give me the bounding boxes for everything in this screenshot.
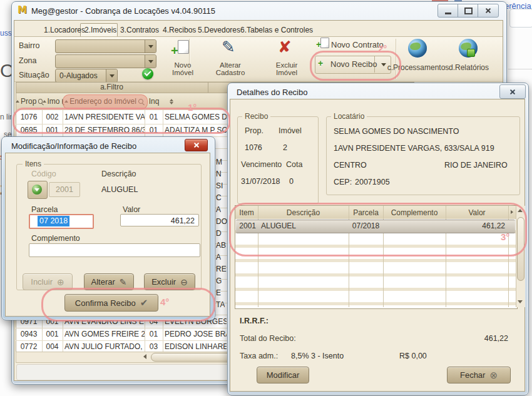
col-header-descricao[interactable]: Descrição	[258, 206, 349, 219]
strip-fragment: D	[216, 228, 222, 240]
search-icon	[138, 99, 143, 104]
check-icon: ✔	[140, 297, 148, 308]
col-header-endereco[interactable]: Endereço do Imóvel	[63, 93, 145, 110]
modal-edit-close-button[interactable]	[185, 139, 208, 151]
scroll-up-icon[interactable]	[518, 209, 523, 212]
minus-circle-icon: ⊖	[180, 277, 188, 287]
situacao-label: Situação	[19, 71, 49, 79]
col-header-nome-sort[interactable]	[165, 93, 178, 110]
col-header-imo[interactable]: Imo	[43, 93, 63, 110]
tab-locadores[interactable]: 1.Locadores	[44, 24, 85, 36]
col-header-complemento[interactable]: Complemento	[383, 206, 446, 219]
column-scroll-right-icon[interactable]	[511, 210, 513, 214]
minimize-icon	[445, 13, 451, 14]
total-value: 461,22	[463, 334, 508, 343]
col-header-prop[interactable]: Prop	[16, 93, 43, 110]
tab-contratos[interactable]: 3.Contratos	[120, 24, 159, 36]
strip-fragment: E	[216, 287, 221, 299]
cell-inq: 01	[145, 111, 162, 123]
chevron-down-icon	[145, 55, 156, 68]
apply-filter-button[interactable]	[142, 68, 153, 79]
plus-circle-icon: ⊕	[57, 277, 64, 287]
valor-cell: 461,22	[446, 220, 505, 232]
situacao-select[interactable]: 0-Alugados	[55, 69, 118, 83]
valor-label: Valor	[123, 205, 140, 214]
fechar-button[interactable]: Fechar⊗	[447, 367, 511, 383]
bairro-label: Bairro	[19, 41, 39, 50]
strip-fragment: RE	[216, 263, 227, 275]
codigo-field[interactable]: 2001	[49, 182, 80, 197]
incluir-button[interactable]: Incluir⊕	[23, 273, 73, 290]
tab-recibos[interactable]: 4.Recibos	[163, 24, 196, 36]
cell-nome: ADALTIZA M P SOAR	[165, 124, 227, 136]
tab-imoveis[interactable]: 2.Imóveis	[84, 24, 116, 36]
excluir-label2: Imóvel	[276, 69, 297, 76]
novo-imovel-label1: Novo	[175, 61, 192, 69]
close-button[interactable]	[478, 4, 499, 18]
col-header-inq[interactable]: Inq	[145, 93, 163, 110]
alterar-cadastro-button[interactable]: AlterarCadastro	[205, 61, 255, 76]
green-dropdown-icon	[32, 185, 42, 195]
novo-recibo-label: Novo Recibo	[330, 59, 377, 69]
alterar-button[interactable]: Alterar✎	[84, 273, 134, 290]
col-header-item[interactable]: Item	[235, 206, 258, 219]
chevron-down-icon	[145, 40, 156, 53]
tab-tabelas-controles[interactable]: 6.Tabelas e Controles	[240, 24, 313, 36]
parcela-selection: 07 2018	[38, 216, 69, 226]
complemento-label: Complemento	[31, 234, 80, 243]
scrollbar-thumb[interactable]	[517, 217, 524, 281]
alterar-label2: Cadastro	[216, 69, 245, 76]
prop-value: 1076	[245, 143, 262, 152]
strip-fragment: TA	[216, 299, 225, 311]
excluir-imovel-button[interactable]: ExcluirImóvel	[262, 61, 312, 76]
strip-fragment: M	[216, 156, 222, 168]
parcela-input[interactable]: 07 2018	[29, 214, 94, 229]
strip-fragment: AB	[216, 240, 226, 251]
novo-contrato-button[interactable]: Novo Contrato	[331, 40, 384, 49]
plus-icon: +	[171, 44, 178, 58]
plus-icon: +	[318, 58, 323, 68]
situacao-value: 0-Alugados	[59, 71, 98, 80]
processamentos-button[interactable]: c.Processamentos	[386, 63, 451, 72]
new-property-page-icon	[178, 40, 189, 54]
close-icon	[193, 142, 200, 148]
complemento-input[interactable]	[29, 243, 200, 257]
valor-input[interactable]: 461,22	[120, 214, 199, 226]
tab-devedores[interactable]: 5.Devedores	[198, 24, 240, 36]
scroll-down-icon[interactable]	[518, 300, 523, 303]
col-header-valor[interactable]: Valor	[446, 206, 508, 219]
scroll-left-icon[interactable]	[143, 354, 146, 359]
relatorios-button[interactable]: d.Relatórios	[442, 63, 496, 72]
cell-prop: 1076	[16, 111, 42, 123]
complemento-cell	[384, 220, 443, 232]
zona-select[interactable]	[55, 54, 156, 68]
minimize-button[interactable]	[437, 4, 459, 18]
modificar-label: Modificar	[267, 370, 300, 380]
item-cell: 2001	[236, 220, 256, 232]
imovel-value: 2	[283, 143, 287, 152]
filtro-bar-divider	[208, 82, 208, 93]
modificar-button[interactable]: Modificar	[257, 367, 309, 383]
col-header-parcela[interactable]: Parcela	[349, 206, 383, 219]
cell-inq: 01	[145, 124, 162, 136]
confirma-recibo-button[interactable]: Confirma Recibo✔	[64, 294, 158, 312]
zona-label: Zona	[19, 56, 37, 65]
alterar-label: Alterar	[91, 277, 115, 287]
cell-imo: 001	[43, 328, 62, 340]
cell-endereco: 28 DE SETEMBRO 86/302	[64, 124, 145, 136]
total-label: Total do Recibo:	[240, 334, 296, 343]
excluir-label1: Excluir	[276, 61, 298, 69]
novo-imovel-button[interactable]: NovoImóvel	[158, 61, 208, 76]
col-imo-label: Imo	[48, 97, 60, 106]
vencimento-value: 31/07/2018	[241, 177, 280, 186]
screen: ussá O n lin ser s za erência M Meg@gest…	[0, 0, 532, 396]
codigo-picker-button[interactable]	[28, 181, 48, 199]
modal-details-close-button[interactable]	[499, 84, 526, 99]
strip-fragment: A	[216, 204, 221, 216]
delete-x-icon: ✘	[278, 38, 292, 56]
bairro-select[interactable]	[55, 39, 156, 53]
cell-imo: 001	[43, 124, 62, 136]
excluir-button[interactable]: Excluir⊖	[144, 273, 195, 290]
maximize-button[interactable]	[458, 4, 479, 18]
filtro-tab[interactable]: a.Filtro	[16, 83, 208, 91]
